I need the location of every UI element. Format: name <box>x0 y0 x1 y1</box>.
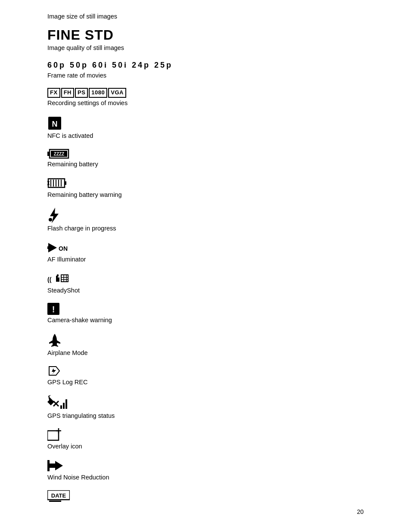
svg-text:DATE: DATE <box>51 492 66 499</box>
item-battery-warning: (( Remaining battery warning <box>47 177 364 200</box>
gps-log-icon <box>47 366 63 377</box>
gps-triangulating-label: GPS triangulating status <box>47 411 364 421</box>
date-icon: DATE <box>47 490 70 503</box>
frame-rate-label: Frame rate of movies <box>47 71 364 81</box>
badge-fh: FH <box>61 88 74 98</box>
battery-warning-label: Remaining battery warning <box>47 190 364 200</box>
page-number: 20 <box>357 508 364 515</box>
item-flash-charge: Flash charge in progress <box>47 208 364 233</box>
item-battery: ZZZZ Remaining battery <box>47 149 364 169</box>
battery-warning-icon: (( <box>47 177 67 190</box>
svg-text:((: (( <box>47 276 52 283</box>
rec-settings-icon: FX FH PS 1080 VGA <box>47 88 364 98</box>
flash-charge-icon <box>47 208 60 223</box>
item-date: DATE <box>47 490 364 503</box>
overlay-icon-label: Overlay icon <box>47 442 364 451</box>
svg-text:ZZZZ: ZZZZ <box>54 152 64 156</box>
svg-rect-28 <box>60 405 62 409</box>
svg-text:((: (( <box>47 180 50 185</box>
item-gps-log: GPS Log REC <box>47 366 364 387</box>
af-illuminator-label: AF Illuminator <box>47 255 364 264</box>
gps-log-label: GPS Log REC <box>47 378 364 387</box>
svg-text:!: ! <box>52 305 55 314</box>
svg-rect-29 <box>63 403 65 409</box>
steadyshot-label: SteadyShot <box>47 286 364 296</box>
svg-rect-18 <box>57 274 59 277</box>
svg-rect-7 <box>65 181 66 185</box>
item-overlay-icon: Overlay icon <box>47 428 364 451</box>
svg-text:N: N <box>52 120 58 128</box>
wind-noise-label: Wind Noise Reduction <box>47 473 364 482</box>
svg-rect-37 <box>49 501 61 502</box>
svg-rect-34 <box>47 460 50 471</box>
item-airplane: Airplane Mode <box>47 333 364 358</box>
item-wind-noise: Wind Noise Reduction <box>47 459 364 482</box>
item-gps-triangulating: GPS triangulating status <box>47 395 364 421</box>
fine-std-label: Image quality of still images <box>47 44 364 53</box>
flash-charge-label: Flash charge in progress <box>47 224 364 233</box>
svg-rect-15 <box>47 246 49 249</box>
gps-triangulating-icon <box>47 395 68 411</box>
airplane-label: Airplane Mode <box>47 348 364 358</box>
nfc-label: NFC is activated <box>47 131 364 141</box>
svg-rect-19 <box>61 275 68 282</box>
frame-rate-icon: 60p 50p 60i 50i 24p 25p <box>47 61 364 70</box>
svg-rect-30 <box>65 399 67 409</box>
badge-ps: PS <box>75 88 88 98</box>
camera-shake-label: Camera-shake warning <box>47 316 364 325</box>
badge-fx: FX <box>47 88 60 98</box>
item-steadyshot: (( SteadyShot <box>47 272 364 296</box>
item-af-illuminator: ON AF Illuminator <box>47 241 364 264</box>
overlay-icon-glyph <box>47 428 63 441</box>
battery-icon: ZZZZ <box>47 149 70 159</box>
badge-1080: 1080 <box>89 88 107 98</box>
svg-rect-31 <box>47 431 59 440</box>
page-content: Image size of still images FINE STD Imag… <box>0 0 411 528</box>
camera-shake-icon: ! <box>47 303 59 315</box>
image-size-label: Image size of still images <box>47 13 364 20</box>
item-camera-shake: ! Camera-shake warning <box>47 303 364 325</box>
af-illuminator-icon: ON <box>47 241 71 254</box>
svg-text:ON: ON <box>59 245 68 252</box>
item-rec-settings: FX FH PS 1080 VGA Recording settings of … <box>47 88 364 108</box>
rec-settings-label: Recording settings of movies <box>47 99 364 108</box>
steadyshot-icon: (( <box>47 272 70 285</box>
item-image-size: Image size of still images <box>47 13 364 20</box>
battery-label: Remaining battery <box>47 160 364 169</box>
item-frame-rate: 60p 50p 60i 50i 24p 25p Frame rate of mo… <box>47 61 364 80</box>
item-fine-std: FINE STD Image quality of still images <box>47 28 364 53</box>
item-nfc: N NFC is activated <box>47 116 364 141</box>
fine-std-icon: FINE STD <box>47 28 364 43</box>
wind-noise-icon <box>47 459 65 472</box>
nfc-icon: N <box>47 116 62 131</box>
svg-point-14 <box>49 218 52 221</box>
svg-rect-2 <box>47 152 49 156</box>
airplane-icon <box>47 333 62 348</box>
badge-vga: VGA <box>108 88 126 98</box>
